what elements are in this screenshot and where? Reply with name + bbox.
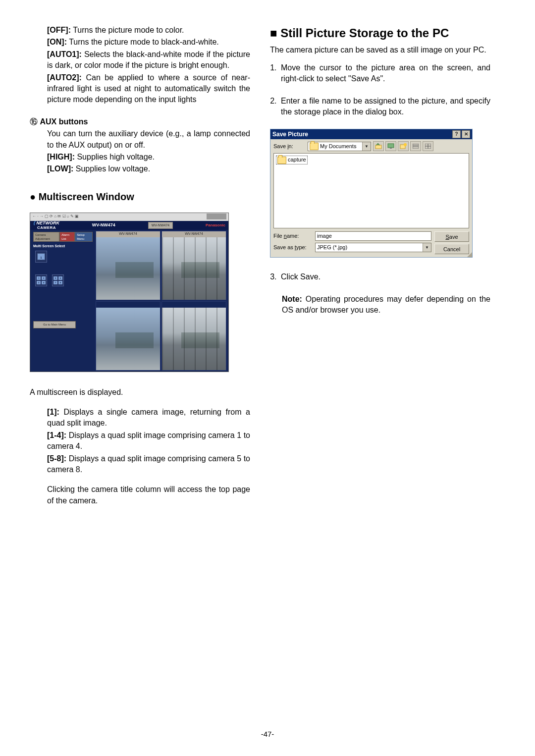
camera-tile[interactable] <box>161 301 226 371</box>
folder-icon <box>277 157 286 164</box>
tab-camera-adjustment[interactable]: Camera Adjustment <box>33 232 59 242</box>
svg-rect-2 <box>390 148 392 149</box>
multi-screen-select-label: Multi Screen Select <box>33 244 93 249</box>
save-as-type-dropdown[interactable]: JPEG (*.jpg) ▼ <box>315 243 431 252</box>
model-label: WV-NW474 <box>92 222 115 228</box>
close-button[interactable]: ✕ <box>462 130 470 138</box>
detail-view-icon[interactable] <box>423 141 433 151</box>
multiscreen-caption: A multiscreen is displayed. <box>30 387 250 398</box>
save-in-label: Save in: <box>273 143 306 150</box>
save-picture-dialog: Save Picture ? ✕ Save in: My Documents ▼ <box>270 129 473 258</box>
multiscreen-screenshot: ← · → ▢ ⟳ ⌂ ✉ ☑ ⌕ ✎ ▣ ⟨ NETWORK CAMERA W… <box>30 213 229 372</box>
cancel-button[interactable]: Cancel <box>434 244 469 254</box>
save-button[interactable]: Save <box>434 231 469 242</box>
mode-auto2: [AUTO2]: Can be applied to where a sourc… <box>47 72 250 106</box>
desktop-icon[interactable] <box>385 141 396 151</box>
browser-toolbar-icons: ← · → ▢ ⟳ ⌂ ✉ ☑ ⌕ ✎ ▣ <box>32 214 79 220</box>
save-in-dropdown[interactable]: My Documents ▼ <box>308 142 371 151</box>
chevron-down-icon[interactable]: ▼ <box>423 243 431 252</box>
up-folder-icon[interactable] <box>373 141 384 151</box>
ms-footnote: Clicking the camera title column will ac… <box>47 484 250 506</box>
step-3: Click Save. <box>279 271 490 282</box>
new-folder-icon[interactable] <box>398 141 409 151</box>
ms-item-5-8: [5-8]: Displays a quad split image compr… <box>47 453 250 476</box>
help-button[interactable]: ? <box>452 130 461 138</box>
file-name-label: File name: <box>273 232 313 240</box>
list-view-icon[interactable] <box>410 141 421 151</box>
still-picture-heading: ■ Still Picture Storage to the PC <box>270 25 490 42</box>
aux-text: You can turn the auxiliary device (e.g.,… <box>47 128 250 151</box>
camera-tile[interactable] <box>96 301 160 371</box>
save-as-type-label: Save as type: <box>273 244 313 251</box>
still-picture-intro: The camera picture can be saved as a sti… <box>270 45 490 55</box>
tab-alarm-list[interactable]: Alarm List <box>59 232 75 242</box>
dialog-title: Save Picture <box>272 130 308 139</box>
step-1: Move the cursor to the picture area on t… <box>279 62 490 85</box>
aux-heading: ⑯ AUX buttons <box>30 116 250 127</box>
camera-logo: ⟨ NETWORK CAMERA <box>33 220 59 231</box>
single-view-button[interactable]: 1 <box>35 251 47 263</box>
mode-on: [ON]: Turns the picture mode to black-an… <box>47 37 250 48</box>
quad-5-8-button[interactable]: 5678 <box>52 274 64 286</box>
chevron-down-icon[interactable]: ▼ <box>362 142 371 151</box>
svg-rect-0 <box>375 145 381 149</box>
quad-1-4-button[interactable]: 1234 <box>35 274 47 286</box>
svg-rect-1 <box>388 144 394 148</box>
folder-item-capture[interactable]: capture <box>276 156 308 164</box>
camera-header-button[interactable]: WV-NW474 <box>148 222 173 229</box>
mode-auto1: [AUTO1]: Selects the black-and-white mod… <box>47 49 250 71</box>
ms-item-1: [1]: Displays a single camera image, ret… <box>47 407 250 429</box>
note: Note: Operating procedures may defer dep… <box>282 294 490 316</box>
browser-toolbar-right-icon <box>207 214 226 219</box>
multiscreen-heading: ● Multiscreen Window <box>30 190 250 204</box>
folder-icon <box>310 143 319 150</box>
camera-tile[interactable]: WV-NW474 <box>161 231 226 300</box>
resize-grip-icon[interactable] <box>467 252 472 257</box>
svg-point-4 <box>404 143 407 146</box>
camera-tile[interactable]: WV-NW474 <box>96 231 160 300</box>
svg-rect-5 <box>413 144 419 149</box>
step-2: Enter a file name to be assigned to the … <box>279 96 490 118</box>
page-number: -47- <box>0 730 535 738</box>
aux-low: [LOW]: Supplies low voltage. <box>47 163 250 174</box>
aux-high: [HIGH]: Supplies high voltage. <box>47 152 250 162</box>
go-main-menu-button[interactable]: Go to Main Menu <box>33 321 76 328</box>
ms-item-1-4: [1-4]: Displays a quad split image compr… <box>47 430 250 452</box>
file-name-input[interactable]: image <box>315 231 431 241</box>
tab-setup-menu[interactable]: Setup Menu <box>75 232 93 242</box>
brand-label: Panasonic <box>206 222 225 228</box>
file-list-area[interactable]: capture <box>273 153 469 228</box>
mode-off: [OFF]: Turns the picture mode to color. <box>47 25 250 36</box>
